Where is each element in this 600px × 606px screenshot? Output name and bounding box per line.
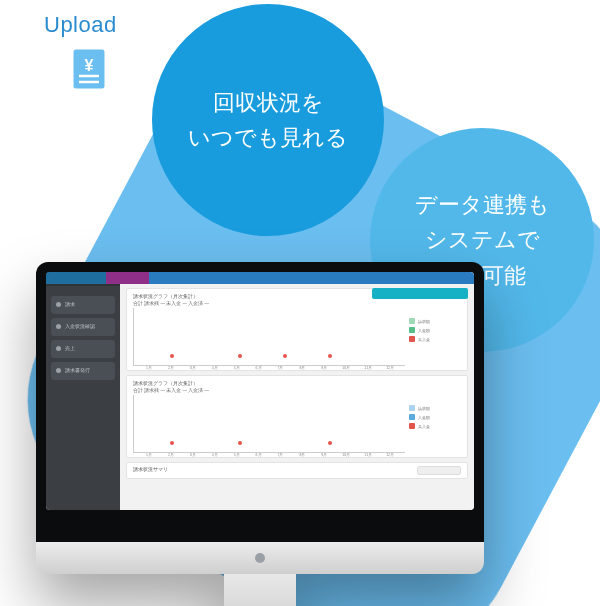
upload-label: Upload <box>44 12 117 38</box>
sidebar-item[interactable]: 売上 <box>51 340 115 358</box>
feature-text: データ連携も <box>415 187 550 222</box>
chart-legend: 請求額入金額未入金 <box>409 308 461 366</box>
feature-text: システムで <box>415 222 550 257</box>
chart-panel-2: 請求状況グラフ（月次集計） 合計 請求残 — 未入金 — 入金済 — 1月2月3… <box>126 375 468 458</box>
panel-title: 請求状況グラフ（月次集計） <box>133 380 461 386</box>
summary-title: 請求状況サマリ <box>133 466 168 475</box>
sidebar-item[interactable]: 請求書発行 <box>51 362 115 380</box>
chart-legend: 請求額入金額未入金 <box>409 395 461 453</box>
bar-chart: 1月2月3月4月5月6月7月8月9月10月11月12月 <box>133 308 405 366</box>
upload-document-yen-icon: ¥ <box>58 44 118 104</box>
feature-text: いつでも見れる <box>188 120 348 155</box>
monitor-stand-neck <box>224 574 296 606</box>
app-titlebar <box>46 272 474 284</box>
panel-meta: 合計 請求残 — 未入金 — 入金済 — <box>133 388 461 393</box>
panel-meta: 合計 請求残 — 未入金 — 入金済 — <box>133 301 461 306</box>
monitor-chin <box>36 542 484 574</box>
app-sidebar: 請求 入金状況確認 売上 請求書発行 <box>46 272 120 510</box>
chart-panel-1: 請求状況グラフ（月次集計） 合計 請求残 — 未入金 — 入金済 — 1月2月3… <box>126 288 468 371</box>
monitor-mockup: 請求 入金状況確認 売上 請求書発行 請求状況グラフ（月次集計） 合計 請求残 … <box>36 262 484 606</box>
bar-chart: 1月2月3月4月5月6月7月8月9月10月11月12月 <box>133 395 405 453</box>
feature-text: 回収状況を <box>188 85 348 120</box>
app-content: 請求状況グラフ（月次集計） 合計 請求残 — 未入金 — 入金済 — 1月2月3… <box>120 272 474 510</box>
search-input[interactable] <box>372 288 468 299</box>
feature-circle-status: 回収状況を いつでも見れる <box>152 4 384 236</box>
svg-text:¥: ¥ <box>85 57 94 74</box>
app-screen: 請求 入金状況確認 売上 請求書発行 請求状況グラフ（月次集計） 合計 請求残 … <box>46 272 474 510</box>
sidebar-item[interactable]: 請求 <box>51 296 115 314</box>
summary-panel: 請求状況サマリ <box>126 462 468 479</box>
summary-action-button[interactable] <box>417 466 461 475</box>
sidebar-item[interactable]: 入金状況確認 <box>51 318 115 336</box>
monitor-bezel: 請求 入金状況確認 売上 請求書発行 請求状況グラフ（月次集計） 合計 請求残 … <box>36 262 484 542</box>
